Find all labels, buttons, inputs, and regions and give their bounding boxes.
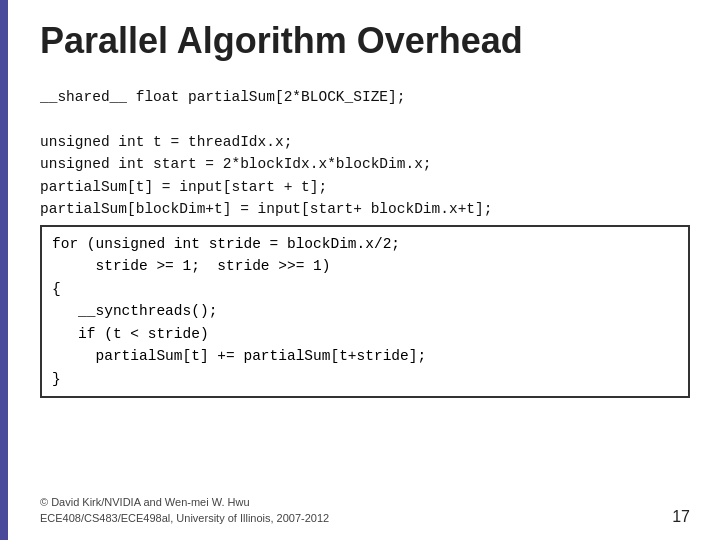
- loop-line-5: if (t < stride): [52, 323, 678, 345]
- slide: Parallel Algorithm Overhead __shared__ f…: [0, 0, 720, 540]
- code-block-loop: for (unsigned int stride = blockDim.x/2;…: [40, 225, 690, 398]
- footer-copyright: © David Kirk/NVIDIA and Wen-mei W. Hwu: [40, 495, 329, 510]
- loop-line-4: __syncthreads();: [52, 300, 678, 322]
- loop-line-6: partialSum[t] += partialSum[t+stride];: [52, 345, 678, 367]
- code-line-blank: [40, 108, 690, 130]
- code-line-6: partialSum[blockDim+t] = input[start+ bl…: [40, 198, 690, 220]
- slide-footer: © David Kirk/NVIDIA and Wen-mei W. Hwu E…: [40, 495, 690, 526]
- code-block-top: __shared__ float partialSum[2*BLOCK_SIZE…: [40, 86, 690, 221]
- loop-line-1: for (unsigned int stride = blockDim.x/2;: [52, 233, 678, 255]
- code-line-3: unsigned int t = threadIdx.x;: [40, 131, 690, 153]
- code-line-1: __shared__ float partialSum[2*BLOCK_SIZE…: [40, 86, 690, 108]
- loop-line-3: {: [52, 278, 678, 300]
- footer-institution: ECE408/CS483/ECE498al, University of Ill…: [40, 511, 329, 526]
- loop-line-2: stride >= 1; stride >>= 1): [52, 255, 678, 277]
- loop-line-7: }: [52, 368, 678, 390]
- code-line-5: partialSum[t] = input[start + t];: [40, 176, 690, 198]
- footer-attribution: © David Kirk/NVIDIA and Wen-mei W. Hwu E…: [40, 495, 329, 526]
- slide-title: Parallel Algorithm Overhead: [40, 20, 690, 62]
- accent-bar: [0, 0, 8, 540]
- slide-number: 17: [672, 508, 690, 526]
- code-line-4: unsigned int start = 2*blockIdx.x*blockD…: [40, 153, 690, 175]
- slide-content: Parallel Algorithm Overhead __shared__ f…: [40, 0, 720, 398]
